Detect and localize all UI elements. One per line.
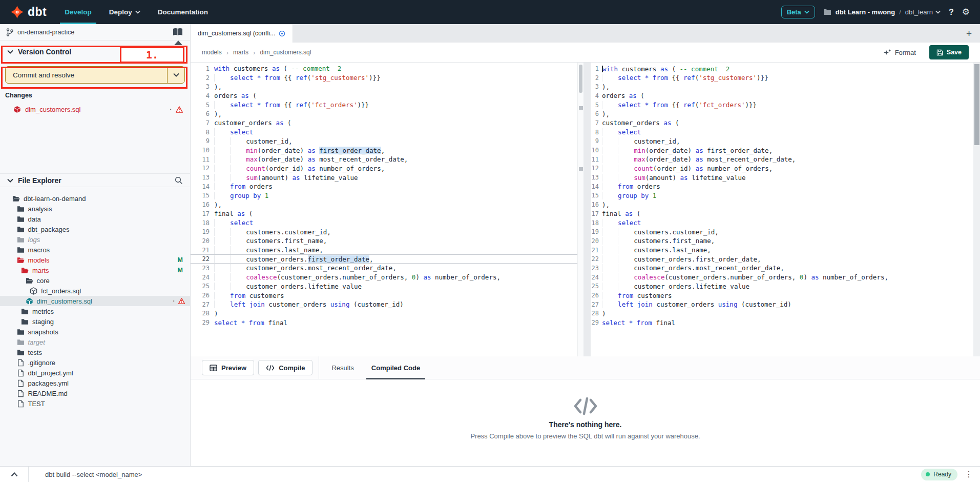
file-tree-item-logs[interactable]: logs — [0, 234, 190, 245]
code-line[interactable]: 19 customers.customer_id, — [591, 227, 973, 236]
code-line[interactable]: 18 select — [591, 218, 973, 228]
code-line[interactable]: 9 customer_id, — [591, 137, 973, 146]
code-pane-right[interactable]: 1with customers as ( -- comment 22 selec… — [591, 63, 973, 356]
file-tree-item-core[interactable]: core — [0, 275, 190, 286]
code-line[interactable]: 14 from orders — [191, 182, 577, 191]
environment-selector[interactable]: dbt_learn — [905, 8, 941, 16]
file-tree-item-data[interactable]: data — [0, 214, 190, 224]
code-line[interactable]: 24 coalesce(customer_orders.number_of_or… — [191, 273, 577, 282]
commit-dropdown-toggle[interactable] — [167, 67, 184, 83]
tab-results[interactable]: Results — [326, 356, 359, 379]
code-line[interactable]: 16), — [591, 200, 973, 209]
scrollbar-thumb[interactable] — [974, 64, 979, 145]
kebab-menu-icon[interactable]: ⋮ — [965, 470, 973, 478]
code-line[interactable]: 21 customers.last_name, — [591, 246, 973, 255]
changed-file-row[interactable]: dim_customers.sql · — [5, 103, 185, 115]
code-line[interactable]: 22 customer_orders.first_order_date, — [591, 254, 973, 264]
docs-book-icon[interactable] — [173, 28, 183, 36]
code-line[interactable]: 20 customers.first_name, — [191, 236, 577, 246]
dbt-brand[interactable]: dbt — [0, 0, 56, 24]
code-line[interactable]: 11 max(order_date) as most_recent_order_… — [191, 155, 577, 164]
code-line[interactable]: 23 customer_orders.most_recent_order_dat… — [591, 264, 973, 273]
file-tree-item-readme-md[interactable]: README.md — [0, 388, 190, 398]
file-tree-item-models[interactable]: modelsM — [0, 255, 190, 265]
version-control-header[interactable]: Version Control — [0, 41, 190, 63]
code-line[interactable]: 8 select — [191, 128, 577, 137]
code-line[interactable]: 16), — [191, 200, 577, 209]
file-tree-item-target[interactable]: target — [0, 337, 190, 347]
settings-gear-icon[interactable]: ⚙ — [962, 8, 970, 16]
code-line[interactable]: 1with customers as ( -- comment 2 — [591, 64, 973, 73]
file-tree-item-staging[interactable]: staging — [0, 316, 190, 327]
left-pane-overview-ruler[interactable] — [577, 63, 583, 356]
branch-row[interactable]: on-demand-practice — [0, 24, 190, 41]
collapse-chevron-icon[interactable] — [0, 467, 29, 482]
code-line[interactable]: 8 select — [591, 128, 973, 137]
code-line[interactable]: 3), — [591, 82, 973, 91]
nav-item-deploy[interactable]: Deploy — [100, 0, 149, 24]
code-line[interactable]: 26 from customers — [191, 291, 577, 300]
code-line[interactable]: 22 customer_orders.first_order_date, — [191, 254, 577, 264]
file-tree-item-snapshots[interactable]: snapshots — [0, 327, 190, 337]
file-tree-item-dbt-project-yml[interactable]: dbt_project.yml — [0, 368, 190, 378]
code-line[interactable]: 19 customers.customer_id, — [191, 227, 577, 236]
code-line[interactable]: 2 select * from {{ ref('stg_customers')}… — [191, 73, 577, 83]
search-icon[interactable] — [175, 176, 183, 185]
code-line[interactable]: 24 coalesce(customer_orders.number_of_or… — [591, 273, 973, 282]
code-line[interactable]: 28) — [591, 309, 973, 318]
tab-compiled-code[interactable]: Compiled Code — [366, 356, 425, 379]
code-line[interactable]: 29select * from final — [191, 318, 577, 327]
code-line[interactable]: 17final as ( — [191, 209, 577, 218]
scrollbar-thumb[interactable] — [579, 65, 582, 93]
breadcrumb-file[interactable]: dim_customers.sql — [260, 49, 311, 56]
code-line[interactable]: 13 sum(amount) as lifetime_value — [191, 173, 577, 182]
nav-item-documentation[interactable]: Documentation — [149, 0, 217, 24]
file-tree-item-analysis[interactable]: analysis — [0, 204, 190, 214]
code-line[interactable]: 4orders as ( — [591, 91, 973, 101]
commit-and-resolve-button[interactable]: Commit and resolve — [5, 66, 185, 84]
code-line[interactable]: 26 from customers — [591, 291, 973, 300]
code-line[interactable]: 29select * from final — [591, 318, 973, 327]
code-line[interactable]: 6), — [191, 109, 577, 118]
code-pane-left[interactable]: 1with customers as ( -- comment 22 selec… — [191, 63, 577, 356]
code-line[interactable]: 5 select * from {{ ref('fct_orders')}} — [191, 101, 577, 110]
code-line[interactable]: 10 min(order_date) as first_order_date, — [591, 146, 973, 155]
breadcrumb-models[interactable]: models — [202, 49, 222, 56]
status-badge[interactable]: Ready — [921, 469, 957, 480]
code-line[interactable]: 11 max(order_date) as most_recent_order_… — [591, 155, 973, 164]
code-line[interactable]: 25 customer_orders.lifetime_value — [591, 282, 973, 291]
file-tree-item-test[interactable]: TEST — [0, 398, 190, 409]
code-line[interactable]: 15 group by 1 — [591, 191, 973, 200]
file-tree-item-metrics[interactable]: metrics — [0, 306, 190, 316]
nav-item-develop[interactable]: Develop — [56, 0, 100, 24]
code-line[interactable]: 27 left join customer_orders using (cust… — [591, 300, 973, 309]
code-line[interactable]: 12 count(order_id) as number_of_orders, — [591, 164, 973, 173]
tab-dim-customers[interactable]: dim_customers.sql (confli... — [191, 24, 293, 43]
project-switcher[interactable]: dbt Learn - mwong / dbt_learn — [823, 8, 941, 16]
save-button[interactable]: Save — [929, 45, 969, 59]
breadcrumb-marts[interactable]: marts — [233, 49, 248, 56]
code-line[interactable]: 15 group by 1 — [191, 191, 577, 200]
code-line[interactable]: 17final as ( — [591, 209, 973, 218]
compile-button[interactable]: Compile — [258, 360, 312, 375]
right-pane-scrollbar[interactable] — [973, 63, 980, 356]
code-line[interactable]: 21 customers.last_name, — [191, 246, 577, 255]
file-tree-item--gitignore[interactable]: .gitignore — [0, 357, 190, 368]
file-explorer-header[interactable]: File Explorer — [0, 173, 190, 187]
code-line[interactable]: 28) — [191, 309, 577, 318]
file-tree-item-packages-yml[interactable]: packages.yml — [0, 378, 190, 388]
code-line[interactable]: 20 customers.first_name, — [591, 236, 973, 246]
file-tree-item-dbt-learn-on-demand[interactable]: dbt-learn-on-demand — [0, 193, 190, 204]
code-line[interactable]: 25 customer_orders.lifetime_value — [191, 282, 577, 291]
command-input[interactable]: dbt build --select <model_name> — [45, 471, 142, 478]
code-line[interactable]: 12 count(order_id) as number_of_orders, — [191, 164, 577, 173]
code-line[interactable]: 2 select * from {{ ref('stg_customers')}… — [591, 73, 973, 83]
code-line[interactable]: 13 sum(amount) as lifetime_value — [591, 173, 973, 182]
code-line[interactable]: 23 customer_orders.most_recent_order_dat… — [191, 264, 577, 273]
code-line[interactable]: 3), — [191, 82, 577, 91]
help-icon[interactable]: ? — [949, 8, 954, 17]
file-tree-item-tests[interactable]: tests — [0, 347, 190, 357]
code-line[interactable]: 6), — [591, 109, 973, 118]
beta-button[interactable]: Beta — [781, 6, 815, 18]
code-line[interactable]: 7customer_orders as ( — [591, 118, 973, 128]
